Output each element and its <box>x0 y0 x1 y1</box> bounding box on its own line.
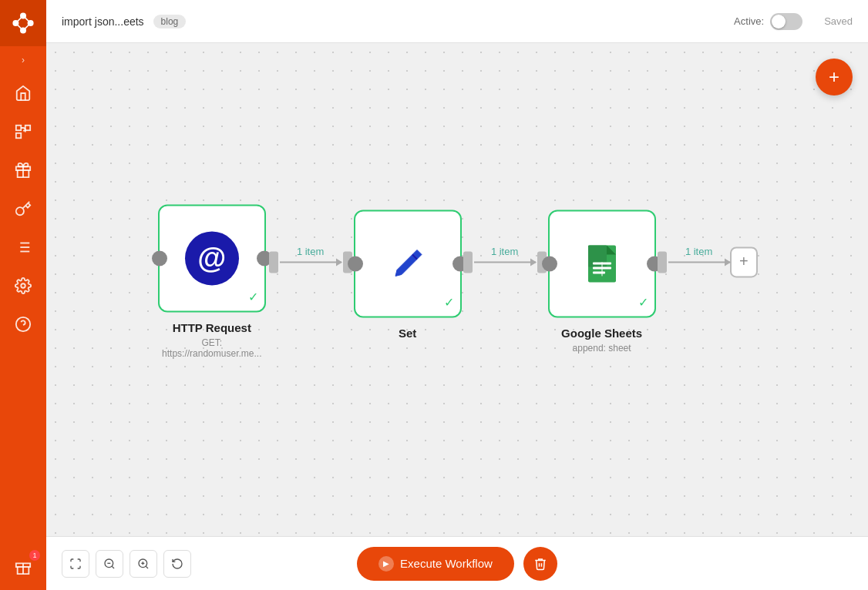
connector-3-label: 1 item <box>685 246 712 257</box>
node-http-label: HTTP Request <box>173 321 251 334</box>
main-area: import json...eets blog Active: Saved + … <box>46 0 868 590</box>
svg-line-4 <box>15 15 23 23</box>
connector-1-label: 1 item <box>297 246 324 257</box>
connector-2-line: 1 item <box>474 261 536 263</box>
sidebar: › <box>0 0 46 590</box>
node-gsheets-box[interactable]: ✓ <box>548 210 656 317</box>
connector-3-arrow <box>725 258 731 266</box>
saved-status: Saved <box>824 15 853 27</box>
svg-rect-10 <box>16 133 21 138</box>
header: import json...eets blog Active: Saved <box>46 0 868 43</box>
sidebar-item-updates[interactable]: 1 <box>0 544 46 590</box>
node-set-sublabel <box>406 343 409 354</box>
node-set-label: Set <box>399 327 416 340</box>
node-set-check: ✓ <box>444 295 454 310</box>
svg-line-28 <box>112 566 114 568</box>
svg-line-31 <box>146 566 148 568</box>
zoom-out-button[interactable] <box>96 550 123 578</box>
svg-line-6 <box>15 23 23 31</box>
connector-1: 1 item <box>267 251 354 273</box>
http-request-icon: @ <box>185 231 239 285</box>
connector-3-bar-left <box>658 251 667 273</box>
node-http-port-left[interactable] <box>152 250 167 266</box>
svg-rect-8 <box>16 126 21 130</box>
sidebar-item-help[interactable] <box>0 305 46 344</box>
node-set[interactable]: ✓ Set <box>354 210 462 354</box>
node-http-request[interactable]: @ ✓ HTTP Request GET: https://randomuser… <box>156 204 267 359</box>
connector-3-line: 1 item <box>668 261 730 263</box>
sidebar-item-home[interactable] <box>0 74 46 112</box>
node-gsheets-label: Google Sheets <box>561 327 642 340</box>
connector-2: 1 item <box>462 251 548 273</box>
toggle-knob <box>772 15 786 28</box>
logo[interactable] <box>0 0 46 46</box>
connector-2-arrow <box>530 258 537 266</box>
active-label: Active: <box>734 15 764 27</box>
node-http-box[interactable]: @ ✓ <box>158 204 266 312</box>
node-set-port-left[interactable] <box>348 256 363 271</box>
sidebar-item-settings[interactable] <box>0 267 46 305</box>
workflow-nodes: @ ✓ HTTP Request GET: https://randomuser… <box>156 204 758 359</box>
set-icon <box>385 240 431 287</box>
svg-line-7 <box>23 23 31 31</box>
zoom-controls <box>62 550 191 578</box>
node-gsheets-port-left[interactable] <box>542 256 557 271</box>
connector-2-label: 1 item <box>491 246 518 257</box>
svg-point-17 <box>21 283 25 288</box>
execute-workflow-button[interactable]: ▶ Execute Workflow <box>357 547 514 581</box>
add-node-fab[interactable]: + <box>816 59 853 96</box>
node-gsheets-sublabel: append: sheet <box>573 343 631 354</box>
updates-badge: 1 <box>29 550 40 561</box>
node-http-sublabel: GET: https://randomuser.me... <box>156 337 267 359</box>
gsheets-icon <box>579 240 625 287</box>
workflow-canvas[interactable]: + @ ✓ HTTP Request GET: https://randomus… <box>46 43 868 536</box>
svg-rect-25 <box>593 271 605 273</box>
active-toggle-area: Active: <box>734 13 802 30</box>
zoom-reset-button[interactable] <box>163 550 191 578</box>
active-toggle[interactable] <box>770 13 802 30</box>
execute-workflow-label: Execute Workflow <box>400 557 493 570</box>
workflow-title: import json...eets <box>62 15 144 28</box>
execute-play-icon: ▶ <box>378 556 394 572</box>
connector-1-arrow <box>336 258 342 266</box>
bottom-toolbar: ▶ Execute Workflow <box>46 536 868 590</box>
node-gsheets-check: ✓ <box>638 295 648 310</box>
connector-1-bar-left <box>269 251 278 273</box>
sidebar-collapse[interactable]: › <box>0 46 46 74</box>
zoom-in-button[interactable] <box>130 550 157 578</box>
node-http-check: ✓ <box>248 290 258 304</box>
connector-2-bar-left <box>463 251 473 273</box>
sidebar-item-executions[interactable] <box>0 228 46 267</box>
sidebar-item-templates[interactable] <box>0 151 46 189</box>
sidebar-item-workflows[interactable] <box>0 112 46 151</box>
connector-1-line: 1 item <box>280 261 341 263</box>
svg-rect-9 <box>25 126 30 130</box>
add-after-gsheets-button[interactable]: + <box>730 246 758 277</box>
delete-workflow-button[interactable] <box>523 547 557 581</box>
node-set-box[interactable]: ✓ <box>354 210 462 317</box>
connector-3: 1 item <box>656 251 730 273</box>
svg-line-5 <box>23 15 31 23</box>
node-gsheets[interactable]: ✓ Google Sheets append: sheet <box>548 210 656 354</box>
sidebar-item-credentials[interactable] <box>0 189 46 228</box>
workflow-tag[interactable]: blog <box>153 15 187 28</box>
zoom-fit-button[interactable] <box>62 550 89 578</box>
